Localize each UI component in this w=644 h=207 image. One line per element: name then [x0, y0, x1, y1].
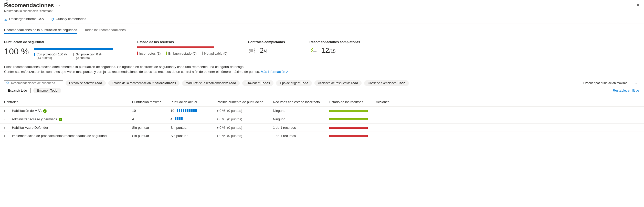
cell-unhealthy: Ninguno [269, 115, 325, 123]
check-badge-icon: ✓ [43, 109, 47, 113]
table-row[interactable]: › Implementación de procedimientos recom… [0, 132, 644, 140]
table-row[interactable]: › Habilitar Azure DefenderSin puntuarSin… [0, 123, 644, 132]
score-bars [175, 117, 183, 120]
more-menu-icon[interactable]: ⋯ [56, 3, 60, 7]
pill-env-value: Todo [50, 89, 57, 92]
security-score-bar [34, 48, 113, 50]
filters-row-2: Expandir todo Entorno : Todo Restablecer… [0, 88, 644, 95]
cell-actions [372, 123, 644, 132]
control-name: Habilitar Azure Defender [12, 126, 48, 130]
tab-all-recs[interactable]: Todas las recomendaciones [84, 28, 125, 34]
guides-link[interactable]: Guías y comentarios [50, 17, 86, 21]
heart-icon [50, 17, 54, 21]
protected-points: (14 puntos) [36, 56, 67, 60]
th-actions[interactable]: Acciones [372, 97, 644, 107]
recs-count: 12/15 [321, 46, 335, 55]
reset-filters-link[interactable]: Restablecer filtros [613, 88, 640, 92]
pill-label: Madurez de la recomendación: [186, 81, 229, 85]
tab-scored-recs[interactable]: Recomendaciones de la puntuación de segu… [4, 28, 77, 34]
health-bar [329, 135, 368, 137]
page-subtitle: Mostrando la suscripción "chtestao" [4, 9, 640, 13]
resource-state-title: Estado de los recursos [137, 40, 227, 44]
download-csv-link[interactable]: Descargar informe CSV [4, 17, 44, 21]
filter-pill-6[interactable]: Contiene exenciones: Todo [364, 80, 409, 86]
filter-pill-1[interactable]: Estado de la recomendación: 2 selecciona… [108, 80, 180, 86]
cell-unhealthy: 1 de 1 recursos [269, 132, 325, 140]
security-score-value: 100 % [4, 46, 29, 56]
cell-max: Sin puntuar [128, 123, 166, 132]
cell-actions [372, 132, 644, 140]
controls-den: /4 [264, 49, 268, 54]
controls-table: Controles Puntuación máxima Puntuación a… [0, 97, 644, 140]
filter-pill-2[interactable]: Madurez de la recomendación: Todo [182, 80, 240, 86]
th-health[interactable]: Estado de los recursos [325, 97, 372, 107]
search-input[interactable] [11, 81, 61, 85]
control-name: Administrar acceso y permisos [12, 117, 57, 121]
pill-label: Contiene exenciones: [368, 81, 398, 85]
legend-protected: Con protección 100 % (14 puntos) [34, 53, 67, 60]
recs-den: /15 [329, 49, 335, 54]
table-header-row: Controles Puntuación máxima Puntuación a… [0, 97, 644, 107]
th-unhealthy[interactable]: Recursos con estado incorrecto [269, 97, 325, 107]
cell-actions [372, 106, 644, 115]
pill-value: Todos [261, 81, 270, 85]
cell-max: 10 [128, 106, 166, 115]
recs-completed-title: Recomendaciones completadas [309, 40, 361, 44]
chevron-right-icon[interactable]: › [4, 134, 8, 138]
pill-value: Todo [95, 81, 102, 85]
filter-pill-3[interactable]: Gravedad: Todos [242, 80, 273, 86]
table-row[interactable]: › Habilitación de MFA✓1010+ 0 % (0 punto… [0, 106, 644, 115]
chevron-right-icon[interactable]: › [4, 109, 8, 113]
search-icon [6, 81, 9, 85]
pill-label: Acciones de respuesta: [318, 81, 351, 85]
control-name: Habilitación de MFA [12, 109, 41, 113]
res-good: En buen estado (0) [166, 51, 196, 55]
cell-current: Sin puntuar [166, 123, 213, 132]
filter-pill-5[interactable]: Acciones de respuesta: Todo [314, 80, 362, 86]
check-badge-icon: ✓ [59, 118, 62, 121]
res-bad: Incorrectos (1) [137, 51, 161, 55]
controls-completed-block: Controles completados 2/4 [248, 40, 289, 60]
pill-label: Gravedad: [246, 81, 261, 85]
search-input-wrapper[interactable] [4, 80, 63, 86]
th-increase[interactable]: Posible aumento de puntuación [213, 97, 269, 107]
unprotected-label: Sin protección 0 % [76, 53, 101, 56]
cell-current: 10 [166, 106, 213, 115]
metrics-row: Puntuación de seguridad 100 % Con protec… [0, 34, 644, 62]
close-icon[interactable]: ✕ [636, 2, 640, 8]
res-good-label: En buen estado (0) [168, 52, 197, 55]
th-controls[interactable]: Controles [0, 97, 128, 107]
sort-label: Ordenar por puntuación máxima [583, 81, 627, 85]
pill-value: Todo [398, 81, 405, 85]
learn-more-link[interactable]: Más información > [261, 70, 288, 74]
controls-completed-title: Controles completados [248, 40, 289, 44]
pill-value: 2 seleccionadas [152, 81, 176, 85]
controls-num: 2 [260, 46, 264, 54]
chevron-right-icon[interactable]: › [4, 126, 8, 130]
cursor-hand-icon: ☟ [6, 0, 8, 5]
filter-pill-4[interactable]: Tipo de origen: Todo [276, 80, 312, 86]
toolbar: Descargar informe CSV Guías y comentario… [0, 14, 644, 24]
recs-completed-block: Recomendaciones completadas 12/15 [309, 40, 361, 60]
filter-pill-env[interactable]: Entorno : Todo [33, 88, 61, 93]
th-max[interactable]: Puntuación máxima [128, 97, 166, 107]
guides-label: Guías y comentarios [56, 17, 86, 21]
pill-label: Estado de control: [69, 81, 95, 85]
sort-dropdown[interactable]: Ordenar por puntuación máxima ⌄ [581, 80, 640, 86]
table-row[interactable]: › Administrar acceso y permisos✓44+ 0 % … [0, 115, 644, 123]
filter-pill-0[interactable]: Estado de control: Todo [66, 80, 106, 86]
pill-value: Todo [301, 81, 308, 85]
score-bars [177, 109, 197, 112]
res-bad-label: Incorrectos (1) [139, 52, 161, 55]
health-bar [329, 110, 368, 112]
expand-all-button[interactable]: Expandir todo [4, 88, 31, 93]
pill-env-label: Entorno : [37, 89, 50, 92]
health-bar [329, 118, 368, 120]
checklist-icon [248, 46, 256, 55]
cell-unhealthy: Ninguno [269, 106, 325, 115]
th-current[interactable]: Puntuación actual [166, 97, 213, 107]
unprotected-points: (0 puntos) [76, 56, 101, 60]
chevron-right-icon[interactable]: › [4, 117, 8, 121]
cell-health [325, 106, 372, 115]
chip-grey-icon [73, 53, 74, 56]
